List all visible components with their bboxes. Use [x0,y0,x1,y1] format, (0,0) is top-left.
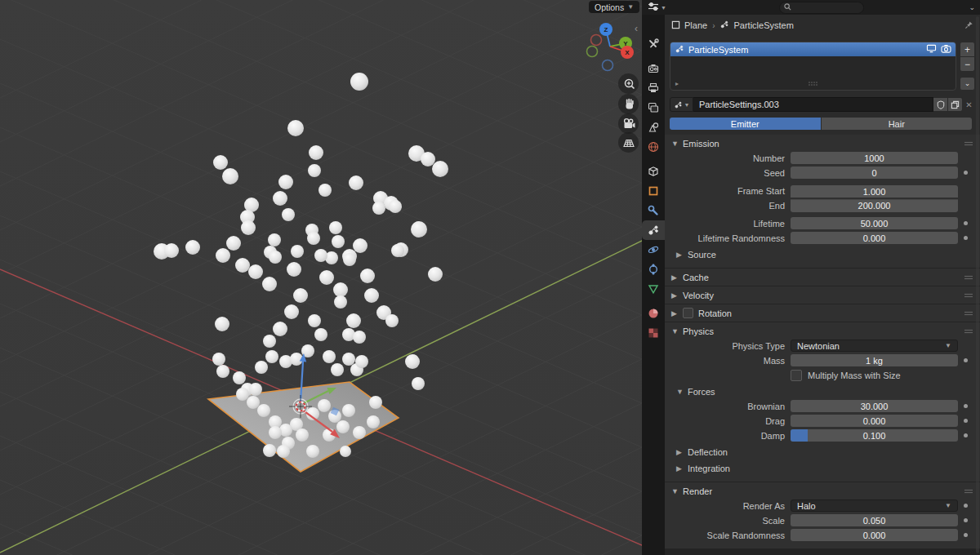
panel-drag-handle[interactable] [964,309,973,318]
panel-rotation: ▶Rotation [665,304,980,322]
panel-drag-handle[interactable] [964,291,973,300]
properties-tab-texture[interactable] [642,323,665,343]
panel-physics: ▼PhysicsPhysics TypeNewtonian▼Mass1 kgMu… [665,322,980,482]
multiply-mass-with-size-checkbox[interactable] [791,370,802,381]
properties-tab-world[interactable] [642,137,665,157]
options-dropdown[interactable]: Options ▼ [589,1,639,13]
subpanel-header-forces[interactable]: ▼Forces [665,384,980,400]
properties-tab-scene[interactable] [642,118,665,137]
panel-header-emission[interactable]: ▼Emission [665,135,980,152]
viewport-scene[interactable] [0,0,642,555]
animate-decorator-dot[interactable] [964,171,968,175]
header-menu-chevron[interactable]: ⌄ [969,3,975,11]
properties-tab-tool[interactable] [642,34,665,54]
panel-label: Physics [683,326,714,336]
viewport-visibility-icon[interactable] [926,44,937,55]
scale-field[interactable]: 0.050 [791,514,958,526]
number-field[interactable]: 1000 [791,152,958,164]
properties-tab-modifier[interactable] [642,201,665,220]
properties-tab-object[interactable] [642,181,665,201]
properties-tab-material[interactable] [642,304,665,323]
navigation-axis-gizmo[interactable]: ZYX [576,12,644,81]
panel-drag-handle[interactable] [964,326,973,336]
properties-tab-render[interactable] [642,59,665,78]
scrollbar[interactable] [976,16,979,553]
texture-icon [647,326,660,340]
render-as-dropdown[interactable]: Halo▼ [791,500,958,512]
damp-field[interactable]: 0.100 [791,429,958,442]
animate-decorator-dot[interactable] [964,419,968,423]
animate-decorator-dot[interactable] [964,236,968,240]
panel-header-render[interactable]: ▼Render [665,482,980,500]
unlink-data-button[interactable]: ✕ [963,100,975,109]
toggle-ortho-button[interactable] [618,132,639,153]
duplicate-data-button[interactable] [948,97,963,112]
add-particle-system-button[interactable]: + [960,42,975,57]
lifetime-randomness-field[interactable]: 0.000 [791,232,958,244]
panel-drag-handle[interactable] [964,273,973,282]
panel-header-physics[interactable]: ▼Physics [665,322,980,340]
animate-decorator-dot[interactable] [964,533,968,537]
pan-hand-button[interactable] [618,94,639,114]
subpanel-header-integration[interactable]: ▶Integration [665,460,980,477]
properties-tab-physics[interactable] [642,240,665,260]
chevron-down-icon: ▼ [671,327,678,335]
panel-header-velocity[interactable]: ▶Velocity [665,286,980,304]
particle-settings-name-field[interactable]: ParticleSettings.003 [693,97,933,112]
chevron-right-icon: ▶ [676,251,683,259]
browse-particle-settings-button[interactable]: ▼ [670,97,693,112]
subpanel-header-source[interactable]: ▶Source [665,246,980,263]
particles-icon [675,44,684,56]
breadcrumb-object[interactable]: Plane [684,20,707,30]
row-lifetime-randomness: Lifetime Randomness0.000 [665,232,980,244]
panel-header-rotation[interactable]: ▶Rotation [665,304,980,322]
particle-specials-button[interactable]: ⌄ [960,77,975,91]
physics-type-dropdown[interactable]: Newtonian▼ [791,340,958,352]
properties-tab-constraints[interactable] [642,260,665,279]
mass-field[interactable]: 1 kg [791,354,958,366]
pin-icon[interactable] [964,20,973,31]
properties-tab-particles[interactable] [642,220,665,240]
animate-decorator-dot[interactable] [964,518,968,522]
chevron-down-icon: ▼ [945,342,951,349]
list-filter-toggle[interactable]: ▸ [675,80,679,87]
breadcrumb-particle-system[interactable]: ParticleSystem [733,20,793,30]
animate-decorator-dot[interactable] [964,433,968,437]
camera-view-button[interactable] [618,113,639,134]
panel-header-cache[interactable]: ▶Cache [665,269,980,286]
properties-tab-viewlayer[interactable] [642,98,665,118]
3d-viewport[interactable]: Options ▼ ‹ ZYX [0,0,642,555]
fake-user-shield-button[interactable] [933,97,948,112]
remove-particle-system-button[interactable]: − [960,57,975,72]
drag-field[interactable]: 0.000 [791,415,958,427]
animate-decorator-dot[interactable] [964,404,968,408]
list-resize-grip[interactable] [808,78,819,87]
properties-tab-collection[interactable] [642,162,665,181]
panel-drag-handle[interactable] [964,486,973,496]
end-field[interactable]: 200.000 [791,199,958,212]
pan-hand-icon [621,96,637,112]
brownian-field[interactable]: 30.000 [791,400,958,412]
scale-randomness-field[interactable]: 0.000 [791,529,958,541]
properties-tab-output[interactable] [642,78,665,98]
properties-tab-data[interactable] [642,279,665,299]
editor-type-button[interactable]: ▼ [648,2,666,13]
particle-system-list[interactable]: ParticleSystem ▸ [670,42,956,91]
subpanel-header-deflection[interactable]: ▶Deflection [665,444,980,460]
render-visibility-icon[interactable] [941,44,951,55]
tab-emitter[interactable]: Emitter [670,118,821,130]
particle-system-list-item[interactable]: ParticleSystem [670,42,956,56]
rotation-enable-checkbox[interactable] [683,308,693,318]
zoom-button[interactable] [618,73,639,94]
animate-decorator-dot[interactable] [964,504,968,508]
tab-hair[interactable]: Hair [822,118,973,130]
animate-decorator-dot[interactable] [964,221,968,225]
panel-drag-handle[interactable] [964,139,973,149]
lifetime-field[interactable]: 50.000 [791,217,958,229]
animate-decorator-dot[interactable] [964,358,968,362]
search-input[interactable] [779,2,864,14]
frame-start-field[interactable]: 1.000 [791,185,958,198]
panel-label: Source [688,250,716,260]
seed-field[interactable]: 0 [791,166,958,179]
chevron-down-icon: ▼ [627,3,634,11]
